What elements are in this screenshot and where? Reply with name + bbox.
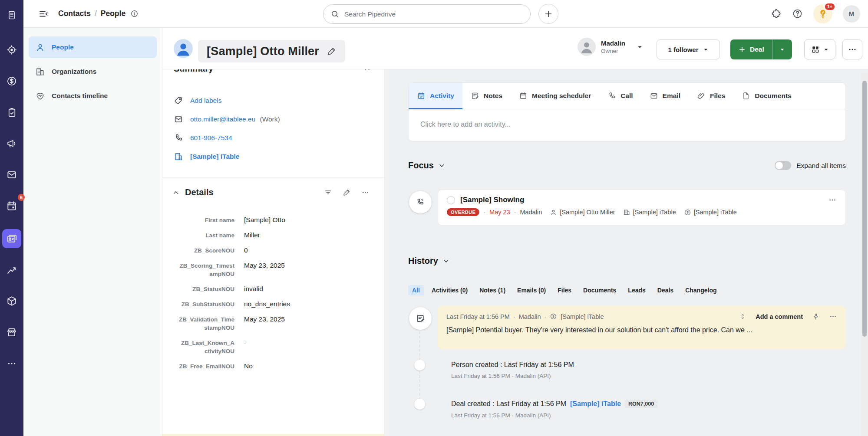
add-deal-dropdown[interactable] xyxy=(772,39,792,59)
activity-composer[interactable]: Click here to add an activity... xyxy=(409,109,845,140)
field-zb-free-email[interactable]: ZB_Free_EmailNOU No xyxy=(178,361,369,370)
chevron-up-icon[interactable] xyxy=(172,189,180,197)
breadcrumb-section[interactable]: Contacts xyxy=(58,9,91,18)
field-zb-substatus[interactable]: ZB_SubStatusNOU no_dns_entries xyxy=(178,299,369,308)
collapse-sidebar-icon[interactable] xyxy=(38,9,49,19)
linked-person[interactable]: [Sample] Otto Miller xyxy=(550,209,615,216)
info-icon[interactable] xyxy=(130,10,139,18)
filter-activities[interactable]: Activities (0) xyxy=(432,287,468,294)
edit-details-icon[interactable] xyxy=(343,188,351,197)
more-apps-icon[interactable] xyxy=(3,355,20,372)
contacts-icon[interactable] xyxy=(2,229,21,248)
tab-files[interactable]: Files xyxy=(689,83,733,109)
field-zb-status[interactable]: ZB_StatusNOU invalid xyxy=(178,284,369,293)
help-icon[interactable] xyxy=(792,8,803,19)
phone-row[interactable]: 601-906-7534 xyxy=(174,128,372,147)
summary-section-header[interactable]: Summary xyxy=(174,69,371,74)
breadcrumb-page: People xyxy=(101,9,125,18)
linked-deal[interactable]: $ [Sample] iTable xyxy=(684,209,737,216)
filter-files[interactable]: Files xyxy=(558,287,571,294)
activities-icon[interactable]: 6 xyxy=(3,198,20,214)
field-zb-scoring-timestamp[interactable]: ZB_Scoring_TimestampNOU May 23, 2025 xyxy=(178,261,369,278)
sidebar-item-contacts-timeline[interactable]: Contacts timeline xyxy=(29,85,157,107)
person-name-field[interactable]: [Sample] Otto Miller xyxy=(198,40,345,62)
marketplace-icon[interactable] xyxy=(3,324,20,341)
filter-notes[interactable]: Notes (1) xyxy=(479,287,505,294)
filter-icon[interactable] xyxy=(324,188,332,197)
pin-icon[interactable] xyxy=(812,313,820,321)
leads-inbox-icon[interactable] xyxy=(3,7,20,23)
main-scrollbar[interactable] xyxy=(861,73,868,436)
note-more-icon[interactable] xyxy=(829,312,837,321)
activity-title[interactable]: [Sample] Showing xyxy=(460,196,524,204)
owner-selector[interactable]: Madalin Owner xyxy=(578,38,643,56)
email-link[interactable]: otto.miller@itablee.eu xyxy=(190,115,255,123)
event-meta: Last Friday at 1:56 PM · Madalin (API) xyxy=(451,412,657,419)
filter-leads[interactable]: Leads xyxy=(628,287,645,294)
layout-view-button[interactable] xyxy=(804,39,835,59)
field-zb-validation-timestamp[interactable]: ZB_Validation_TimestampNOU May 23, 2025 xyxy=(178,315,369,332)
panel-scrollbar[interactable] xyxy=(384,69,389,436)
expand-note-icon[interactable] xyxy=(739,313,746,320)
projects-icon[interactable] xyxy=(3,104,20,121)
divider xyxy=(162,177,384,177)
deal-link[interactable]: [Sample] iTable xyxy=(570,400,621,408)
mail-icon[interactable] xyxy=(3,167,20,183)
insights-icon[interactable] xyxy=(3,262,20,278)
user-avatar[interactable]: M xyxy=(843,5,860,23)
mark-done-checkbox[interactable] xyxy=(447,196,455,204)
email-icon xyxy=(174,115,183,124)
add-labels-row[interactable]: Add labels xyxy=(174,91,372,110)
details-more-icon[interactable] xyxy=(361,188,370,197)
note-card[interactable]: Last Friday at 1:56 PM · Madalin · $ [Sa… xyxy=(438,306,846,349)
field-first-name[interactable]: First name [Sample] Otto xyxy=(178,215,369,224)
note-body[interactable]: [Sample] Potential buyer. They're very i… xyxy=(446,326,837,334)
products-icon[interactable] xyxy=(3,293,20,309)
edit-name-icon[interactable] xyxy=(327,46,337,56)
tab-email[interactable]: Email xyxy=(641,83,689,109)
add-comment-button[interactable]: Add a comment xyxy=(756,313,803,320)
tab-call[interactable]: Call xyxy=(599,83,641,109)
organization-icon xyxy=(174,152,183,161)
linked-organization[interactable]: [Sample] iTable xyxy=(623,209,676,216)
chevron-down-icon[interactable] xyxy=(442,257,450,265)
field-zb-last-known-activity[interactable]: ZB_Last_Known_ActivityNOU - xyxy=(178,338,369,355)
organization-row[interactable]: [Sample] iTable xyxy=(174,147,372,166)
field-zb-score[interactable]: ZB_ScoreNOU 0 xyxy=(178,246,369,255)
header-more-button[interactable] xyxy=(842,39,862,59)
filter-all[interactable]: All xyxy=(408,285,424,295)
followers-button[interactable]: 1 follower xyxy=(657,39,720,59)
leads-icon[interactable] xyxy=(3,42,20,58)
sidebar-item-organizations[interactable]: Organizations xyxy=(29,61,157,82)
add-labels-link[interactable]: Add labels xyxy=(190,97,221,105)
global-search[interactable] xyxy=(323,4,531,24)
activity-more-icon[interactable] xyxy=(828,196,837,204)
phone-link[interactable]: 601-906-7534 xyxy=(190,134,232,142)
campaigns-icon[interactable] xyxy=(3,135,20,152)
organization-link[interactable]: [Sample] iTable xyxy=(190,153,239,161)
deals-icon[interactable] xyxy=(3,73,20,89)
search-icon xyxy=(330,10,340,19)
note-deal[interactable]: [Sample] iTable xyxy=(561,313,604,320)
tab-meeting-scheduler[interactable]: Meeting scheduler xyxy=(511,83,599,109)
marketplace-apps-icon[interactable] xyxy=(771,8,782,19)
expand-all-toggle[interactable] xyxy=(775,161,791,170)
filter-emails[interactable]: Emails (0) xyxy=(517,287,546,294)
add-deal-button[interactable]: Deal xyxy=(730,39,772,59)
filter-documents[interactable]: Documents xyxy=(583,287,616,294)
filter-changelog[interactable]: Changelog xyxy=(685,287,716,294)
tab-documents[interactable]: Documents xyxy=(733,83,799,109)
quick-add-button[interactable] xyxy=(538,4,558,24)
email-row[interactable]: otto.miller@itablee.eu (Work) xyxy=(174,110,372,128)
tab-notes[interactable]: Notes xyxy=(462,83,511,109)
tab-activity[interactable]: Activity xyxy=(409,83,462,109)
sidebar-item-people[interactable]: People xyxy=(29,36,157,58)
field-last-name[interactable]: Last name Miller xyxy=(178,230,369,239)
search-input[interactable] xyxy=(344,10,523,18)
scrollbar-thumb[interactable] xyxy=(862,81,867,337)
filter-deals[interactable]: Deals xyxy=(657,287,673,294)
chevron-down-icon[interactable] xyxy=(438,162,446,169)
person-avatar[interactable] xyxy=(174,39,193,58)
focus-activity-card[interactable]: [Sample] Showing OVERDUE · May 23 · Mada… xyxy=(438,190,846,226)
whats-new-button[interactable]: 1+ xyxy=(813,4,832,23)
